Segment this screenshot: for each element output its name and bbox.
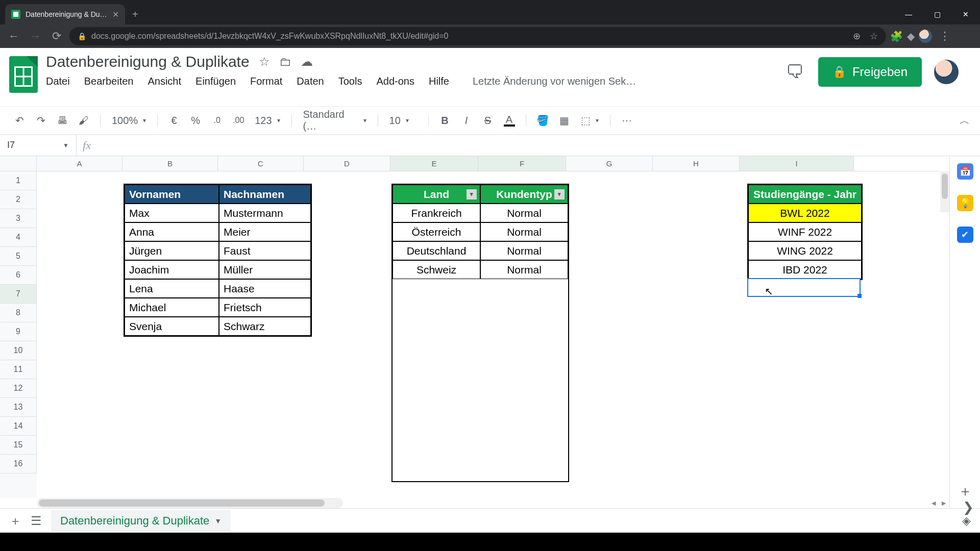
table-cell[interactable]: WING 2022	[748, 241, 862, 260]
formula-input[interactable]	[97, 135, 980, 156]
column-header[interactable]: A	[37, 156, 122, 171]
merge-button[interactable]: ⬚	[577, 114, 603, 127]
column-header[interactable]: D	[304, 156, 390, 171]
row-header[interactable]: 15	[0, 436, 37, 455]
decrease-decimals-button[interactable]: .0	[208, 111, 226, 130]
select-all-corner[interactable]	[0, 156, 37, 171]
spreadsheet-grid[interactable]: ABCDEFGHI 12345678910111213141516 Vornam…	[0, 156, 949, 508]
back-button[interactable]: ←	[5, 28, 22, 45]
table-cell[interactable]: Schweiz	[393, 260, 480, 279]
borders-button[interactable]: ▦	[555, 111, 574, 130]
table-cell[interactable]: Anna	[125, 222, 219, 241]
show-side-panel-button[interactable]: ❯	[963, 499, 974, 515]
row-header[interactable]: 2	[0, 190, 37, 209]
table-cell[interactable]: Frietsch	[219, 298, 311, 317]
row-header[interactable]: 7	[0, 285, 37, 304]
close-window-button[interactable]: ✕	[951, 4, 980, 24]
move-icon[interactable]: 🗀	[279, 55, 291, 69]
print-button[interactable]: 🖶	[53, 111, 71, 130]
table-cell[interactable]: Haase	[219, 279, 311, 298]
menu-addons[interactable]: Add-ons	[376, 76, 414, 87]
column-header[interactable]: E	[390, 156, 478, 171]
table-cell[interactable]: Österreich	[393, 222, 480, 241]
table-cell[interactable]: Joachim	[125, 260, 219, 279]
row-header[interactable]: 5	[0, 247, 37, 266]
row-header[interactable]: 12	[0, 379, 37, 398]
more-toolbar-button[interactable]: ⋯	[618, 111, 636, 130]
undo-button[interactable]: ↶	[10, 111, 29, 130]
table-cell[interactable]: Normal	[480, 241, 568, 260]
row-header[interactable]: 8	[0, 304, 37, 322]
reload-button[interactable]: ⟳	[48, 28, 65, 45]
table-cell[interactable]: Deutschland	[393, 241, 480, 260]
close-tab-icon[interactable]: ✕	[112, 10, 119, 19]
table-cell[interactable]: Schwarz	[219, 317, 311, 336]
row-header[interactable]: 14	[0, 417, 37, 436]
column-header[interactable]: F	[478, 156, 566, 171]
table-cell[interactable]: Meier	[219, 222, 311, 241]
table-header[interactable]: Land▾	[393, 185, 480, 204]
menu-insert[interactable]: Einfügen	[195, 76, 236, 87]
strike-button[interactable]: S	[479, 111, 497, 130]
add-sheet-button[interactable]: ＋	[9, 513, 21, 529]
table-cell[interactable]: Frankreich	[393, 204, 480, 222]
menu-edit[interactable]: Bearbeiten	[84, 76, 134, 87]
profile-avatar[interactable]	[919, 30, 932, 43]
row-header[interactable]: 1	[0, 171, 37, 190]
table-cell[interactable]: Normal	[480, 204, 568, 222]
column-header[interactable]: G	[566, 156, 653, 171]
zoom-icon[interactable]: ⊕	[853, 31, 861, 42]
percent-button[interactable]: %	[186, 111, 205, 130]
star-icon[interactable]: ☆	[259, 55, 270, 69]
new-tab-button[interactable]: +	[125, 4, 145, 24]
extensions-icon[interactable]: 🧩	[890, 30, 903, 42]
bold-button[interactable]: B	[436, 111, 454, 130]
forward-button[interactable]: →	[27, 28, 44, 45]
redo-button[interactable]: ↷	[32, 111, 50, 130]
tasks-icon[interactable]: ✔	[957, 227, 973, 243]
add-addon-button[interactable]: ＋	[958, 482, 972, 498]
cloud-status-icon[interactable]: ☁	[301, 55, 313, 69]
column-header[interactable]: H	[653, 156, 740, 171]
column-header[interactable]: C	[218, 156, 304, 171]
zoom-combo[interactable]: 100%	[108, 115, 150, 127]
fill-color-button[interactable]: 🪣	[533, 111, 552, 130]
row-header[interactable]: 4	[0, 228, 37, 247]
vertical-scrollbar[interactable]	[940, 171, 949, 212]
bookmark-icon[interactable]: ☆	[870, 31, 878, 42]
address-bar[interactable]: 🔒 docs.google.com/spreadsheets/d/1Jevzbk…	[69, 27, 886, 45]
account-avatar[interactable]	[934, 60, 959, 84]
menu-format[interactable]: Format	[250, 76, 282, 87]
fill-handle[interactable]	[857, 294, 862, 298]
comments-icon[interactable]: 🗨	[783, 61, 806, 83]
last-edit-text[interactable]: Letzte Änderung vor wenigen Sek…	[473, 76, 636, 87]
table-cell[interactable]: Müller	[219, 260, 311, 279]
table-cell[interactable]: BWL 2022	[748, 204, 862, 222]
table-cell[interactable]: Normal	[480, 260, 568, 279]
explore-button[interactable]: ◈	[962, 514, 971, 528]
row-header[interactable]: 16	[0, 455, 37, 473]
row-header[interactable]: 6	[0, 266, 37, 285]
sheets-logo-icon[interactable]	[9, 56, 38, 93]
table-cell[interactable]: Svenja	[125, 317, 219, 336]
sheet-tab-active[interactable]: Datenbereinigung & Duplikate ▼	[51, 510, 231, 532]
font-size-combo[interactable]: 10	[385, 115, 421, 127]
maximize-button[interactable]: ▢	[923, 4, 951, 24]
row-header[interactable]: 9	[0, 322, 37, 341]
browser-tab[interactable]: Datenbereinigung & Duplikate - ✕	[5, 4, 125, 24]
table-header[interactable]: Kundentyp▾	[480, 185, 568, 204]
text-color-button[interactable]: A	[500, 111, 519, 130]
table-cell[interactable]: Max	[125, 204, 219, 222]
menu-tools[interactable]: Tools	[338, 76, 362, 87]
sheet-nav-arrows[interactable]: ◄►	[930, 499, 947, 507]
table-cell[interactable]: Faust	[219, 241, 311, 260]
addon-icon[interactable]: ◆	[907, 30, 915, 42]
row-header[interactable]: 3	[0, 209, 37, 228]
table-cell[interactable]: Lena	[125, 279, 219, 298]
column-header[interactable]: I	[740, 156, 854, 171]
menu-view[interactable]: Ansicht	[148, 76, 181, 87]
horizontal-scrollbar[interactable]	[37, 498, 343, 508]
filter-icon[interactable]: ▾	[467, 189, 477, 199]
table-cell[interactable]: Michael	[125, 298, 219, 317]
share-button[interactable]: 🔒 Freigeben	[818, 57, 922, 87]
